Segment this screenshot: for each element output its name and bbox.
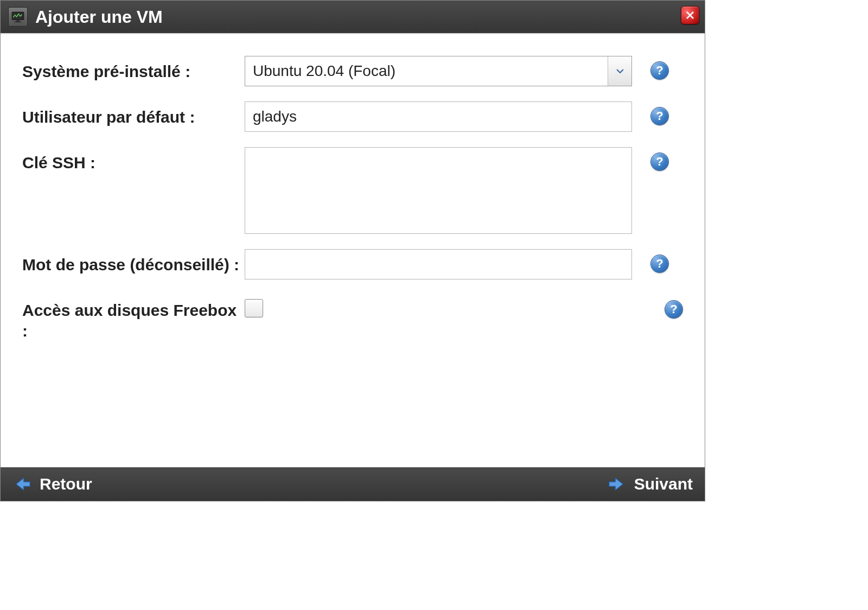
system-combobox[interactable] <box>245 56 632 86</box>
control-wrap-ssh: ? <box>245 147 683 234</box>
row-disk-access: Accès aux disques Freebox : ? <box>22 295 683 341</box>
ssh-key-textarea[interactable] <box>245 147 632 234</box>
disk-access-checkbox[interactable] <box>245 299 263 317</box>
system-combobox-trigger[interactable] <box>608 56 631 86</box>
dialog-body: Système pré-installé : ? Utilisateur par… <box>1 33 705 467</box>
row-password: Mot de passe (déconseillé) : ? <box>22 249 683 279</box>
row-ssh: Clé SSH : ? <box>22 147 683 234</box>
arrow-left-icon <box>12 474 32 494</box>
label-disk-access: Accès aux disques Freebox : <box>22 295 245 341</box>
password-input[interactable] <box>245 249 632 279</box>
system-combobox-input[interactable] <box>245 56 608 86</box>
control-wrap-password: ? <box>245 249 683 279</box>
dialog-title: Ajouter une VM <box>35 7 163 27</box>
row-user: Utilisateur par défaut : ? <box>22 101 683 132</box>
arrow-right-icon <box>607 474 627 494</box>
label-ssh: Clé SSH : <box>22 147 245 173</box>
control-wrap-disk-access: ? <box>245 295 683 319</box>
next-button-label: Suivant <box>634 475 693 493</box>
back-button[interactable]: Retour <box>12 474 92 494</box>
back-button-label: Retour <box>40 475 92 493</box>
close-button[interactable] <box>681 6 699 24</box>
default-user-input[interactable] <box>245 101 632 132</box>
add-vm-dialog: Ajouter une VM Système pré-installé : <box>0 0 705 501</box>
next-button[interactable]: Suivant <box>607 474 693 494</box>
svg-rect-2 <box>15 22 22 23</box>
help-button-password[interactable]: ? <box>650 255 669 273</box>
svg-rect-1 <box>16 21 20 22</box>
dialog-footer: Retour Suivant <box>1 467 705 501</box>
label-user: Utilisateur par défaut : <box>22 101 245 128</box>
close-icon <box>685 10 695 20</box>
control-wrap-user: ? <box>245 101 683 132</box>
row-system: Système pré-installé : ? <box>22 56 683 86</box>
titlebar: Ajouter une VM <box>1 1 705 33</box>
help-button-system[interactable]: ? <box>650 61 669 80</box>
help-button-user[interactable]: ? <box>650 107 669 125</box>
help-button-ssh[interactable]: ? <box>650 152 669 171</box>
label-system: Système pré-installé : <box>22 56 245 82</box>
chevron-down-icon <box>615 66 625 76</box>
vm-monitor-icon <box>8 7 28 27</box>
label-password: Mot de passe (déconseillé) : <box>22 249 245 275</box>
control-wrap-system: ? <box>245 56 683 86</box>
help-button-disk-access[interactable]: ? <box>665 300 683 319</box>
